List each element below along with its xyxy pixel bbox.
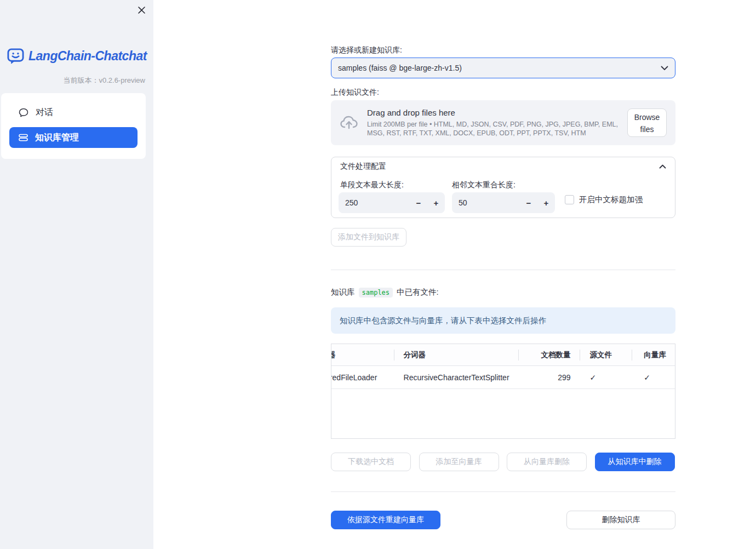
app-root: LangChain-Chatchat 当前版本：v0.2.6-preview 对… <box>0 0 756 549</box>
dropzone-title: Drag and drop files here <box>367 108 623 117</box>
version-value: v0.2.6-preview <box>99 76 145 84</box>
divider <box>331 491 675 492</box>
add-files-to-kb-button[interactable]: 添加文件到知识库 <box>331 228 406 247</box>
sidebar-close-button[interactable] <box>136 4 147 15</box>
chunk-size-label: 单段文本最大长度: <box>340 180 404 190</box>
chunk-size-input[interactable] <box>339 198 410 207</box>
file-config-expander: 文件处理配置 单段文本最大长度: 相邻文本重合长度: − + − + <box>331 157 675 218</box>
kb-select-value: samples (faiss @ bge-large-zh-v1.5) <box>338 64 661 72</box>
dropzone-limit: Limit 200MB per file • HTML, MD, JSON, C… <box>367 120 623 138</box>
cell-source-check[interactable]: ✓ <box>580 366 632 388</box>
delete-from-vector-store-button[interactable]: 从向量库删除 <box>507 453 587 471</box>
chunk-size-increment-button[interactable]: + <box>427 192 445 213</box>
sidebar-item-knowledge-base[interactable]: 知识库管理 <box>9 127 138 148</box>
sidebar-menu: 对话 知识库管理 <box>1 93 146 159</box>
table-row[interactable]: UnstructuredFileLoader RecursiveCharacte… <box>331 366 675 389</box>
delete-kb-button[interactable]: 删除知识库 <box>566 511 675 529</box>
sidebar-item-dialogue[interactable]: 对话 <box>9 102 138 123</box>
version-label: 当前版本： <box>63 76 99 84</box>
column-header-splitter[interactable]: 分词器 <box>394 344 519 365</box>
column-header-loader[interactable]: 文档加载器 <box>331 344 394 365</box>
version-info: 当前版本：v0.2.6-preview <box>63 76 145 85</box>
upload-label: 上传知识文件: <box>331 88 379 98</box>
chunk-overlap-input-group: − + <box>452 192 555 213</box>
zh-title-enhance-label[interactable]: 开启中文标题加强 <box>579 195 643 205</box>
kb-select[interactable]: samples (faiss @ bge-large-zh-v1.5) <box>331 58 675 78</box>
cloud-upload-icon <box>340 114 358 131</box>
info-banner-text: 知识库中包含源文件与向量库，请从下表中选择文件后操作 <box>340 316 546 326</box>
kb-files-table[interactable]: 文档加载器 分词器 文档数量 源文件 向量库 UnstructuredFileL… <box>331 344 675 439</box>
collection-icon <box>19 133 28 142</box>
chunk-size-input-group: − + <box>339 192 445 213</box>
cell-vector-check[interactable]: ✓ <box>632 366 675 388</box>
chevron-down-icon <box>661 66 668 71</box>
dropzone-texts: Drag and drop files here Limit 200MB per… <box>367 108 623 138</box>
chunk-overlap-decrement-button[interactable]: − <box>520 192 537 213</box>
delete-from-kb-button[interactable]: 从知识库中删除 <box>595 453 675 471</box>
cell-doc-count[interactable]: 299 <box>519 366 581 388</box>
column-header-vector-store[interactable]: 向量库 <box>632 344 675 365</box>
logo-text: LangChain-Chatchat <box>28 49 147 64</box>
kb-name-chip: samples <box>359 288 393 298</box>
rebuild-vector-store-button[interactable]: 依据源文件重建向量库 <box>331 511 440 529</box>
info-banner: 知识库中包含源文件与向量库，请从下表中选择文件后操作 <box>331 307 675 334</box>
cell-loader[interactable]: UnstructuredFileLoader <box>331 366 394 388</box>
zh-title-enhance-row: 开启中文标题加强 <box>565 195 643 205</box>
kb-files-suffix: 中已有文件: <box>397 287 439 298</box>
chevron-up-icon <box>659 164 666 169</box>
table-header: 文档加载器 分词器 文档数量 源文件 向量库 <box>331 344 675 366</box>
chat-bubble-icon <box>19 108 28 117</box>
chunk-overlap-input[interactable] <box>452 198 520 207</box>
column-header-source-file[interactable]: 源文件 <box>580 344 632 365</box>
chunk-overlap-label: 相邻文本重合长度: <box>452 180 516 190</box>
file-dropzone[interactable]: Drag and drop files here Limit 200MB per… <box>331 100 675 145</box>
divider <box>331 270 675 270</box>
check-icon: ✓ <box>589 373 596 382</box>
expander-header[interactable]: 文件处理配置 <box>331 157 675 176</box>
expander-title: 文件处理配置 <box>340 162 386 171</box>
add-to-vector-store-button[interactable]: 添加至向量库 <box>419 453 499 471</box>
file-action-buttons: 下载选中文档 添加至向量库 从向量库删除 从知识库中删除 <box>331 453 675 471</box>
chat-smiley-logo-icon <box>7 48 25 65</box>
cell-splitter[interactable]: RecursiveCharacterTextSplitter <box>394 366 519 388</box>
chunk-overlap-increment-button[interactable]: + <box>537 192 555 213</box>
close-icon <box>138 6 146 14</box>
sidebar-item-label: 对话 <box>36 107 53 118</box>
zh-title-enhance-checkbox[interactable] <box>565 195 574 204</box>
sidebar-item-label: 知识库管理 <box>35 132 79 144</box>
kb-files-prefix: 知识库 <box>331 287 355 298</box>
kb-files-heading: 知识库 samples 中已有文件: <box>331 287 439 298</box>
check-icon: ✓ <box>644 373 650 382</box>
app-logo: LangChain-Chatchat <box>7 48 147 65</box>
browse-files-button[interactable]: Browse files <box>627 108 667 137</box>
kb-select-label: 请选择或新建知识库: <box>331 45 402 55</box>
chunk-size-decrement-button[interactable]: − <box>410 192 427 213</box>
column-header-doc-count[interactable]: 文档数量 <box>519 344 581 365</box>
sidebar: LangChain-Chatchat 当前版本：v0.2.6-preview 对… <box>0 0 153 549</box>
download-selected-button[interactable]: 下载选中文档 <box>331 453 411 471</box>
